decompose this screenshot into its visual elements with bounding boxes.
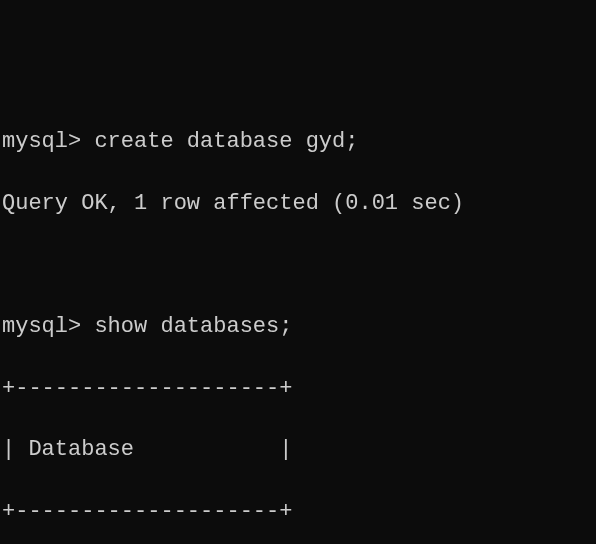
table-border-mid: +--------------------+ xyxy=(2,497,596,528)
prompt: mysql> xyxy=(2,314,81,339)
command-create: create database gyd; xyxy=(94,129,358,154)
blank-line xyxy=(2,250,596,281)
table-header: | Database | xyxy=(2,435,596,466)
cmd-line-1: mysql> create database gyd; xyxy=(2,127,596,158)
prompt: mysql> xyxy=(2,129,81,154)
table-border-top: +--------------------+ xyxy=(2,374,596,405)
cmd-line-2: mysql> show databases; xyxy=(2,312,596,343)
command-show: show databases; xyxy=(94,314,292,339)
result-line-1: Query OK, 1 row affected (0.01 sec) xyxy=(2,189,596,220)
